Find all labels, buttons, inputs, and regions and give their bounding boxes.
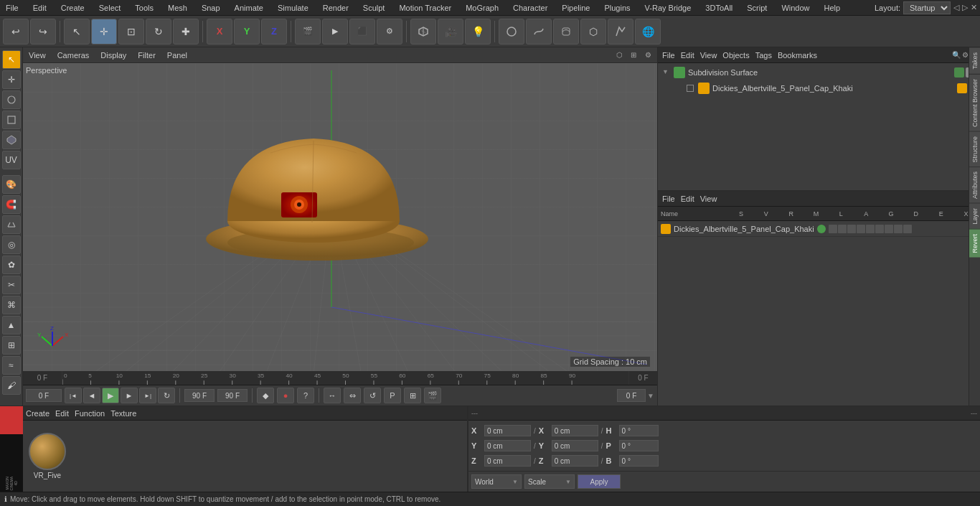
menu-plugins[interactable]: Plugins bbox=[601, 2, 633, 14]
tab-layer[interactable]: Layer bbox=[969, 203, 980, 229]
menu-character[interactable]: Character bbox=[510, 2, 550, 14]
menu-mesh[interactable]: Mesh bbox=[165, 2, 190, 14]
render-button[interactable]: ▶ bbox=[322, 19, 348, 44]
interactive-render-button[interactable]: ⬛ bbox=[349, 19, 375, 44]
om-objects-menu[interactable]: Objects bbox=[722, 51, 749, 60]
axis-z-button[interactable]: Z bbox=[261, 19, 287, 44]
attr-icon-7[interactable] bbox=[885, 225, 893, 233]
vp-menu-display[interactable]: Display bbox=[98, 50, 129, 61]
attr-icon-4[interactable] bbox=[857, 225, 865, 233]
om-settings-icon[interactable]: ⚙ bbox=[962, 51, 969, 59]
scene-button[interactable]: 🌐 bbox=[635, 19, 661, 44]
menu-file[interactable]: File bbox=[3, 2, 22, 14]
menu-snap[interactable]: Snap bbox=[199, 2, 223, 14]
attr-icon-6[interactable] bbox=[875, 225, 884, 233]
menu-script[interactable]: Script bbox=[744, 2, 770, 14]
viewport[interactable]: Perspective Grid Spacing : 10 cm X Y Z bbox=[23, 63, 657, 371]
scale-selector[interactable]: Scale ▼ bbox=[524, 474, 575, 489]
menu-edit[interactable]: Edit bbox=[30, 2, 50, 14]
menu-help[interactable]: Help bbox=[821, 2, 844, 14]
render-view-button[interactable]: 🎬 bbox=[295, 19, 321, 44]
cursor-tool-button[interactable]: ↖ bbox=[64, 19, 90, 44]
om-view-menu[interactable]: View bbox=[700, 51, 717, 60]
keyframe-button[interactable]: ◆ bbox=[257, 388, 274, 403]
knife-tool-button[interactable]: ✂ bbox=[2, 276, 21, 294]
move-tool-button[interactable]: ✛ bbox=[91, 19, 117, 44]
attr-obj-row[interactable]: Dickies_Albertville_5_Panel_Cap_Khaki bbox=[658, 221, 980, 237]
axis-y-button[interactable]: Y bbox=[234, 19, 260, 44]
om-edit-menu[interactable]: Edit bbox=[681, 51, 694, 60]
z-size-input[interactable] bbox=[552, 455, 598, 467]
workplane-button[interactable] bbox=[2, 215, 21, 234]
anim-tl-button[interactable]: 🎬 bbox=[424, 388, 441, 403]
param-tl-button[interactable]: P bbox=[384, 388, 401, 403]
transform-tool-button[interactable]: ✚ bbox=[173, 19, 199, 44]
uv-mode-button[interactable]: UV bbox=[2, 151, 21, 169]
menu-pipeline[interactable]: Pipeline bbox=[559, 2, 593, 14]
loop-cut-button[interactable]: ⊞ bbox=[2, 336, 21, 355]
play-button[interactable]: ▶ bbox=[102, 388, 119, 403]
material-thumbnail[interactable] bbox=[29, 433, 66, 470]
next-frame-button[interactable]: ► bbox=[121, 388, 138, 403]
scale-tl-button[interactable]: ⇔ bbox=[344, 388, 361, 403]
x-pos-input[interactable] bbox=[484, 425, 531, 436]
tab-revert[interactable]: Revert bbox=[969, 229, 980, 258]
expand-icon-2[interactable]: ▶ bbox=[675, 84, 684, 93]
start-frame-input[interactable] bbox=[26, 389, 62, 402]
attr-dot-1[interactable] bbox=[817, 225, 826, 233]
tab-takes[interactable]: Takes bbox=[969, 47, 980, 74]
move-mode-button[interactable]: ✛ bbox=[2, 70, 21, 89]
layout-icon3[interactable]: ✕ bbox=[971, 3, 977, 12]
vp-maximize-icon[interactable]: ⬡ bbox=[613, 49, 626, 62]
world-selector[interactable]: World ▼ bbox=[471, 474, 522, 489]
fps-input[interactable] bbox=[217, 389, 248, 402]
menu-render[interactable]: Render bbox=[320, 2, 352, 14]
paint-button[interactable]: 🖌 bbox=[2, 376, 21, 395]
undo-button[interactable]: ↩ bbox=[3, 19, 29, 44]
menu-vray[interactable]: V-Ray Bridge bbox=[642, 2, 694, 14]
obj-vis-dot[interactable] bbox=[954, 67, 964, 78]
mat-create-menu[interactable]: Create bbox=[26, 409, 50, 418]
cube-button[interactable] bbox=[410, 19, 436, 44]
mat-edit-menu[interactable]: Edit bbox=[55, 409, 69, 418]
om-file-menu[interactable]: File bbox=[662, 51, 675, 60]
expand-icon[interactable]: ▼ bbox=[662, 68, 671, 77]
om-search-icon[interactable]: 🔍 bbox=[952, 51, 961, 59]
obj-row-cap[interactable]: ▶ Dickies_Albertville_5_Panel_Cap_Khaki bbox=[658, 80, 980, 96]
step-forward-button[interactable]: ►| bbox=[139, 388, 156, 403]
timeline-ruler[interactable]: 0 F 0 5 10 15 bbox=[23, 371, 657, 385]
attr-icon-8[interactable] bbox=[894, 225, 903, 233]
rotate-tl-button[interactable]: ↺ bbox=[364, 388, 381, 403]
menu-window[interactable]: Window bbox=[778, 2, 812, 14]
spline-button[interactable] bbox=[526, 19, 552, 44]
cap-color-dot[interactable] bbox=[957, 83, 967, 93]
am-edit-menu[interactable]: Edit bbox=[681, 195, 694, 203]
vp-menu-view[interactable]: View bbox=[26, 50, 49, 61]
menu-motion-tracker[interactable]: Motion Tracker bbox=[396, 2, 454, 14]
axis-x-button[interactable]: X bbox=[207, 19, 232, 44]
poly-mode-button[interactable] bbox=[2, 131, 21, 149]
texture-button[interactable]: 🎨 bbox=[2, 175, 21, 194]
am-file-menu[interactable]: File bbox=[662, 195, 675, 203]
vp-layout-icon[interactable]: ⊞ bbox=[627, 49, 640, 62]
attr-icon-2[interactable] bbox=[838, 225, 847, 233]
am-view-menu[interactable]: View bbox=[700, 195, 717, 203]
scale-tool-button[interactable]: ⊡ bbox=[118, 19, 144, 44]
menu-animate[interactable]: Animate bbox=[232, 2, 266, 14]
vp-menu-filter[interactable]: Filter bbox=[135, 50, 158, 61]
mat-function-menu[interactable]: Function bbox=[75, 409, 105, 418]
tab-structure[interactable]: Structure bbox=[969, 131, 980, 167]
bridge-tool-button[interactable]: ⌘ bbox=[2, 296, 21, 314]
layout-icon1[interactable]: ◁ bbox=[953, 3, 959, 12]
current-frame-input[interactable] bbox=[617, 389, 646, 402]
vp-settings-icon[interactable]: ⚙ bbox=[641, 49, 654, 62]
tab-content-browser[interactable]: Content Browser bbox=[969, 74, 980, 131]
cloner-button[interactable]: ⬡ bbox=[580, 19, 606, 44]
render-settings-button[interactable]: ⚙ bbox=[377, 19, 402, 44]
om-bookmarks-menu[interactable]: Bookmarks bbox=[778, 51, 817, 60]
redo-button[interactable]: ↪ bbox=[30, 19, 56, 44]
loop-button[interactable]: ↻ bbox=[158, 388, 175, 403]
extrude-button[interactable]: ▲ bbox=[2, 316, 21, 334]
menu-tools[interactable]: Tools bbox=[132, 2, 156, 14]
b-rot-input[interactable] bbox=[619, 455, 659, 467]
